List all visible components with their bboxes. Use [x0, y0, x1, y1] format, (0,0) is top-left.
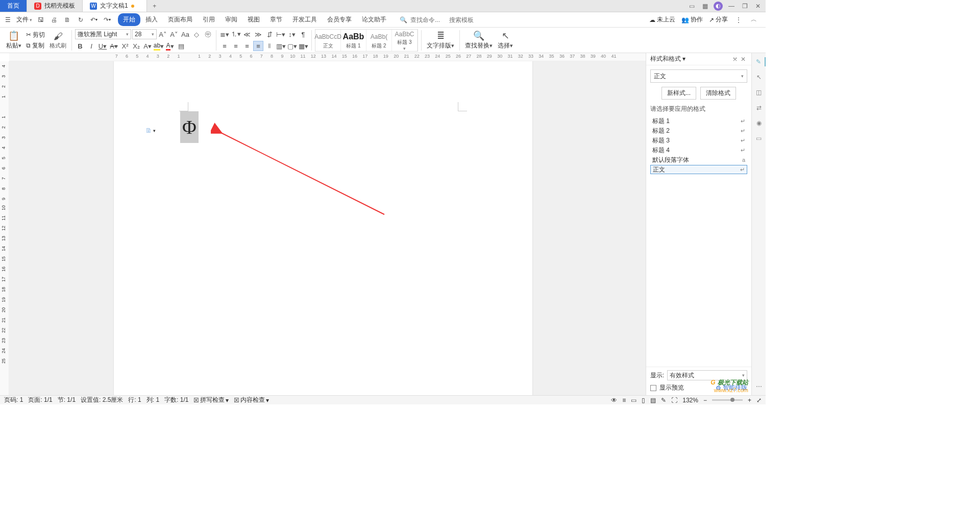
- ruler-horizontal[interactable]: 7654321123456789101112131415161718192021…: [9, 53, 646, 61]
- more-rail-icon[interactable]: ⋯: [754, 382, 764, 391]
- tab-chapter[interactable]: 章节: [265, 13, 287, 26]
- style-heading1[interactable]: AaBb标题 1: [341, 30, 366, 51]
- redo-icon[interactable]: ↷▾: [103, 15, 112, 25]
- strikethrough-button[interactable]: A▾: [109, 41, 119, 51]
- sb-word-count[interactable]: 字数: 1/1: [164, 396, 188, 404]
- align-center-button[interactable]: ≡: [231, 41, 241, 51]
- tab-developer[interactable]: 开发工具: [287, 13, 322, 26]
- ruler-vertical[interactable]: 4321123456789101112131415161718192021222…: [0, 61, 9, 395]
- zoom-out-button[interactable]: −: [703, 397, 707, 404]
- styles-rail-icon[interactable]: ✎: [752, 57, 766, 66]
- select-rail-icon[interactable]: ↖: [754, 73, 764, 82]
- sb-col[interactable]: 列: 1: [146, 396, 159, 404]
- numbering-button[interactable]: ⒈▾: [231, 29, 241, 39]
- font-family-select[interactable]: 微软雅黑 Light▾: [75, 29, 131, 39]
- pen-icon[interactable]: ✎: [661, 397, 666, 404]
- bullets-button[interactable]: ≣▾: [219, 29, 230, 39]
- style-gallery[interactable]: AaBbCcD正文 AaBb标题 1 AaBb(标题 2 AaBbC标题 3▾: [315, 29, 418, 52]
- underline-button[interactable]: U▾: [97, 41, 108, 51]
- paste-button[interactable]: 📋 粘贴▾: [4, 29, 23, 52]
- user-avatar-icon[interactable]: ◐: [714, 2, 723, 11]
- highlight-button[interactable]: ab▾: [154, 41, 164, 51]
- collaborate-button[interactable]: 👥协作: [681, 15, 703, 24]
- font-size-select[interactable]: 28▾: [132, 29, 157, 39]
- close-panel-icon[interactable]: ✕: [739, 56, 747, 63]
- distribute-button[interactable]: ⫴: [264, 41, 275, 51]
- text-layout-button[interactable]: ≣ 文字排版▾: [425, 29, 456, 52]
- decrease-font-icon[interactable]: A˅: [169, 29, 179, 39]
- tab-insert[interactable]: 插入: [140, 13, 163, 26]
- zoom-slider[interactable]: [712, 399, 743, 401]
- close-window-button[interactable]: ✕: [753, 2, 763, 11]
- format-painter-button[interactable]: 🖌 格式刷: [47, 29, 68, 52]
- undo-icon[interactable]: ↶▾: [89, 15, 99, 25]
- selected-text[interactable]: Φ: [180, 111, 199, 143]
- current-style-select[interactable]: 正文▾: [650, 69, 747, 83]
- collapse-ribbon-icon[interactable]: ︿: [749, 15, 758, 25]
- borders-button[interactable]: ▦▾: [298, 41, 308, 51]
- fit-icon[interactable]: ⛶: [671, 397, 677, 404]
- search-command-input[interactable]: [410, 16, 446, 23]
- fullscreen-icon[interactable]: ⤢: [756, 397, 762, 404]
- layout-grid-icon[interactable]: ▭: [687, 2, 696, 11]
- clear-format-icon[interactable]: ◇: [191, 29, 202, 39]
- italic-button[interactable]: I: [86, 41, 96, 51]
- phonetic-icon[interactable]: ㊥: [203, 29, 213, 39]
- export-icon[interactable]: ↻: [76, 15, 85, 25]
- text-effect-button[interactable]: A▾: [142, 41, 153, 51]
- sb-content-check[interactable]: ☒ 内容检查 ▾: [234, 396, 269, 404]
- eye-icon[interactable]: 👁: [611, 397, 617, 404]
- clear-format-button[interactable]: 清除格式: [700, 87, 736, 100]
- document-area[interactable]: 🗎▾ Φ: [9, 61, 646, 395]
- tab-references[interactable]: 引用: [198, 13, 220, 26]
- view-read-icon[interactable]: ▯: [642, 397, 645, 404]
- file-menu[interactable]: 文件▾: [16, 15, 32, 24]
- command-search[interactable]: 🔍: [400, 16, 485, 23]
- tab-start[interactable]: 开始: [118, 13, 140, 26]
- cloud-status[interactable]: ☁未上云: [649, 15, 675, 24]
- tab-stops-button[interactable]: ⊢▾: [276, 29, 286, 39]
- page[interactable]: 🗎▾ Φ: [114, 61, 532, 395]
- sb-page-number[interactable]: 页码: 1: [4, 396, 23, 404]
- smart-layout-link[interactable]: ⚙智能排版: [716, 383, 747, 392]
- line-spacing-button[interactable]: ↕▾: [287, 29, 297, 39]
- bold-button[interactable]: B: [75, 41, 85, 51]
- tab-view[interactable]: 视图: [242, 13, 265, 26]
- columns-button[interactable]: ▥▾: [276, 41, 286, 51]
- subscript-button[interactable]: X₂: [131, 41, 141, 51]
- char-shading-button[interactable]: ▤: [176, 41, 186, 51]
- tab-templates[interactable]: D 找稻壳模板: [27, 0, 83, 12]
- increase-indent-button[interactable]: ≫: [253, 29, 263, 39]
- change-case-icon[interactable]: Aa: [180, 29, 190, 39]
- style-heading2[interactable]: AaBb(标题 2: [366, 30, 392, 51]
- shading-button[interactable]: ▢▾: [287, 41, 297, 51]
- search-template-input[interactable]: [449, 16, 485, 23]
- share-button[interactable]: ↗分享: [709, 15, 728, 24]
- cut-button[interactable]: ✂剪切: [24, 30, 46, 40]
- style-item-h4[interactable]: 标题 4↵: [650, 146, 747, 155]
- sb-row[interactable]: 行: 1: [128, 396, 141, 404]
- tab-thesis[interactable]: 论文助手: [357, 13, 391, 26]
- style-item-normal[interactable]: 正文↵: [650, 165, 747, 174]
- preview-checkbox[interactable]: [650, 385, 656, 391]
- style-normal[interactable]: AaBbCcD正文: [315, 30, 341, 51]
- more-icon[interactable]: ⋮: [734, 15, 743, 25]
- style-item-h3[interactable]: 标题 3↵: [650, 136, 747, 145]
- view-web-icon[interactable]: ▤: [650, 397, 656, 404]
- sb-spellcheck[interactable]: ☒ 拼写检查 ▾: [193, 396, 229, 404]
- tab-member[interactable]: 会员专享: [322, 13, 357, 26]
- decrease-indent-button[interactable]: ≪: [242, 29, 252, 39]
- select-button[interactable]: ↖ 选择▾: [496, 29, 515, 52]
- sb-page[interactable]: 页面: 1/1: [28, 396, 52, 404]
- zoom-value[interactable]: 132%: [682, 397, 698, 404]
- read-rail-icon[interactable]: ▭: [754, 134, 764, 143]
- tab-home[interactable]: 首页: [0, 0, 27, 12]
- show-marks-button[interactable]: ¶: [298, 29, 308, 39]
- sort-button[interactable]: ⇵: [264, 29, 275, 39]
- new-style-button[interactable]: 新样式...: [662, 87, 696, 100]
- maximize-button[interactable]: ❐: [740, 2, 749, 11]
- pin-icon[interactable]: ⤧: [731, 56, 739, 63]
- minimize-button[interactable]: —: [727, 2, 736, 11]
- save-icon[interactable]: 🖫: [36, 15, 45, 25]
- superscript-button[interactable]: X²: [120, 41, 130, 51]
